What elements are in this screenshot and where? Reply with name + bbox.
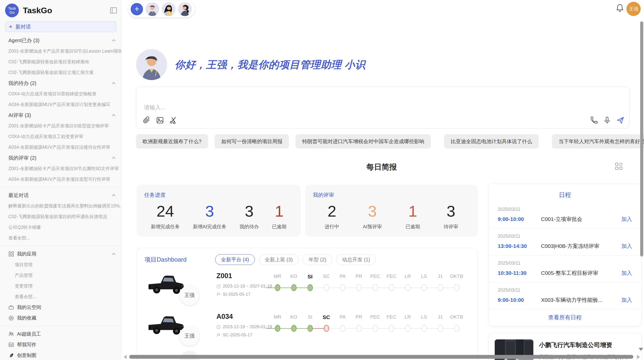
add-session-button[interactable]: + — [131, 3, 143, 15]
suggestion-chips: 欧洲新规最近颁布了什么? 如何写一份清晰的项目周报 特朗普可能对进口汽车增税会对… — [136, 134, 630, 148]
schedule-event: 2025/03/11 10:30-11:30 C005-整车工程目标评审 加入 — [489, 256, 641, 282]
sidebar-item-project-mgmt[interactable]: 项目管理 — [0, 259, 121, 270]
list-item[interactable]: C02-飞腾新能源轻客改款项目里程碑画布 — [0, 56, 121, 67]
join-link[interactable]: 加入 — [621, 216, 632, 223]
tab-model-year[interactable]: 年型 (2) — [303, 254, 332, 265]
project-date-range: 2023-12-19 ~ 2026-01-19 — [223, 324, 272, 329]
new-chat-button[interactable]: + 新对话 — [5, 21, 116, 32]
milestone-label: FEC — [383, 314, 400, 320]
assistant-avatar-female-short-hair[interactable] — [178, 2, 192, 16]
send-icon[interactable] — [617, 116, 624, 124]
sidebar-item-help-me-write[interactable]: 帮我写作 — [0, 339, 121, 350]
microphone-icon[interactable] — [603, 116, 611, 124]
list-item[interactable]: C02-飞腾新能源轻客改款项目的闭环通告反馈情况 — [0, 211, 121, 222]
section-my-todo[interactable]: 我的待办 (2) — [0, 78, 121, 88]
milestone-label: J1 — [432, 274, 448, 280]
chevron-up-icon — [112, 194, 116, 197]
sidebar-item-ai-super-staff[interactable]: AI超级员工 — [0, 329, 121, 339]
join-link[interactable]: 加入 — [621, 243, 632, 250]
chat-input-box[interactable]: 请输入... — [136, 87, 630, 128]
milestone-label: LR — [400, 314, 416, 320]
list-item[interactable]: Z001-全新燃油轻卡产品开发项目SI造型提交物评审 — [0, 121, 121, 131]
suggestion-chip[interactable]: 比亚迪全固态电池计划具体说了什么 — [444, 134, 539, 148]
view-all-apps[interactable]: 查看全部... — [0, 291, 121, 302]
section-title: 最近对话 — [8, 192, 29, 199]
section-recent-chats[interactable]: 最近对话 — [0, 190, 121, 201]
tab-powertrain[interactable]: 动总开发 (1) — [336, 254, 376, 265]
stat-ai-prereview: 3 AI预评审 — [363, 202, 382, 230]
card-title: 我的评审 — [313, 191, 470, 199]
project-row-a034[interactable]: 王强 A034 2023-12-19 ~ 2026-01-19 SC-2025-… — [137, 309, 477, 351]
user-avatar[interactable]: 王强 — [626, 2, 641, 16]
vertical-scrollbar[interactable] — [640, 21, 643, 257]
event-time: 13:00-14:30 — [498, 243, 541, 249]
list-item[interactable]: Z001-全新燃油皮卡产品开发项目SI节点Lesson Learn报告 — [0, 46, 121, 56]
milestone-label: PR — [351, 314, 367, 320]
section-title: 我的评审 (2) — [8, 155, 36, 161]
suggestion-chip[interactable]: 特朗普可能对进口汽车增税会对中国车企造成哪些影响 — [296, 134, 431, 148]
join-link[interactable]: 加入 — [621, 269, 632, 277]
suggestion-chip[interactable]: 当下年轻人对汽车外观有怎样的喜好趋势 — [552, 134, 644, 148]
schedule-event: 2025/03/11 13:00-14:30 C003|H0B-方案冻结评审 加… — [489, 229, 641, 256]
sidebar-item-change-mgmt[interactable]: 变更管理 — [0, 281, 121, 291]
milestone-dot-pending — [405, 325, 411, 332]
app-logo: Task Go — [5, 4, 19, 17]
image-upload-icon[interactable] — [156, 116, 164, 124]
notification-bell-icon[interactable] — [616, 4, 624, 12]
sidebar-item-favorites[interactable]: 我的收藏 — [0, 313, 121, 323]
section-my-apps[interactable]: 我的应用 — [0, 249, 121, 259]
milestone-label: PR — [351, 274, 367, 280]
list-item[interactable]: A034-全新新能源MUV产品开发项目法规符合性评审 — [0, 142, 121, 153]
daily-briefing-title: 每日简报 — [122, 162, 642, 172]
scroll-down-arrow-icon[interactable] — [639, 348, 643, 351]
milestone-label-current: SI — [302, 274, 318, 280]
event-name: C001-立项审批会 — [541, 216, 621, 223]
attach-file-icon[interactable] — [143, 116, 151, 124]
stat-value: 3 — [240, 202, 259, 220]
event-name: C005-整车工程目标评审 — [541, 269, 621, 277]
sidebar-item-creative-drawing[interactable]: 创意制图 — [0, 350, 121, 360]
list-item[interactable]: C0X4-动力总成开发项目SI里程碑提交物检查 — [0, 88, 121, 99]
horizontal-scrollbar[interactable] — [129, 355, 633, 359]
scroll-right-arrow-icon[interactable] — [637, 355, 640, 359]
assistant-avatar-male[interactable] — [145, 2, 159, 16]
chevron-up-icon — [112, 114, 116, 116]
view-all-schedule-link[interactable]: 查看所有日程 — [489, 314, 641, 321]
join-link[interactable]: 加入 — [621, 296, 632, 304]
section-ai-review[interactable]: AI评审 (3) — [0, 110, 121, 121]
list-item[interactable]: A034-全新新能源MUV产品开发项目计划变更表编写 — [0, 99, 121, 110]
list-item[interactable]: Z001-全新燃油轻卡产品开发项目SI节点属性5D文件评审 — [0, 163, 121, 174]
list-item[interactable]: 公司Q3轻卡销量 — [0, 222, 121, 233]
composer-right-tools — [590, 116, 624, 124]
writing-icon — [8, 342, 14, 348]
layout-grid-icon[interactable] — [614, 162, 623, 171]
assistant-avatar-female-long-hair[interactable] — [162, 2, 175, 16]
stat-label: 进行中 — [325, 223, 339, 230]
sidebar-collapse-icon[interactable] — [110, 7, 117, 13]
voice-call-icon[interactable] — [590, 116, 598, 124]
view-all-chats[interactable]: 查看全部... — [0, 233, 121, 243]
project-milestone-flag: SC-2025-05-17 — [223, 333, 252, 338]
milestone-dot-pending — [454, 325, 459, 332]
milestone-dot-pending — [373, 325, 378, 332]
sidebar-item-product-mgmt[interactable]: 产品管理 — [0, 270, 121, 281]
milestone-dot-pending — [324, 284, 329, 291]
suggestion-chip[interactable]: 如何写一份清晰的项目周报 — [215, 134, 289, 148]
sidebar-item-cloud-space[interactable]: 我的云空间 — [0, 302, 121, 313]
project-dates: 2023-12-19 ~ 2026-01-19 — [216, 324, 272, 329]
section-my-review[interactable]: 我的评审 (2) — [0, 153, 121, 163]
list-item[interactable]: C02-飞腾新能源轻客改款项目立项汇报方案 — [0, 67, 121, 78]
tab-new-platform[interactable]: 全新平台 (4) — [215, 254, 255, 265]
list-item[interactable]: A034-全新新能源MUV产品开发项目造型可行性评审 — [0, 174, 121, 185]
list-item[interactable]: C0X4-动力总成开发项目工程变更评审 — [0, 131, 121, 142]
project-row-z001[interactable]: 王强 Z001 2023-12-19 ~ 2027-01-19 SI-2025-… — [137, 268, 477, 310]
screenshot-scissors-icon[interactable] — [169, 116, 177, 124]
section-agent-done[interactable]: Agent已办 (3) — [0, 35, 121, 46]
milestone-label: SI — [302, 314, 318, 320]
list-item[interactable]: 解释最新出台的欧盟报废车法规再生塑料比例被调至15%... — [0, 201, 121, 211]
owner-name: 王强 — [184, 333, 195, 339]
milestone-dot-pending — [454, 284, 459, 291]
tab-new-body[interactable]: 全新上装 (3) — [259, 254, 299, 265]
scroll-left-arrow-icon[interactable] — [124, 355, 127, 359]
suggestion-chip[interactable]: 欧洲新规最近颁布了什么? — [136, 134, 208, 148]
